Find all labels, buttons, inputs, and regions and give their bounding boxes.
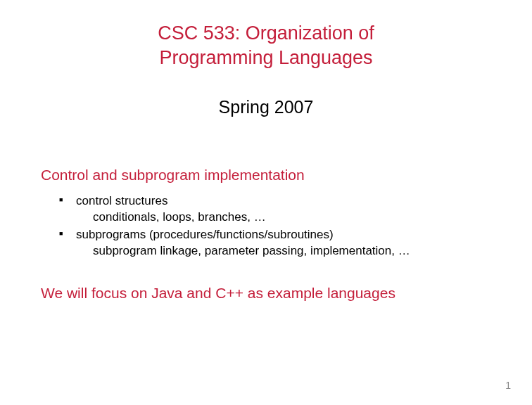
bullet-sub-text: conditionals, loops, branches, … (76, 210, 490, 226)
bullet-main-text: control structures (76, 194, 167, 207)
page-number: 1 (505, 380, 511, 391)
title-line-1: CSC 533: Organization of (158, 22, 374, 44)
list-item: subprograms (procedures/functions/subrou… (59, 227, 490, 259)
slide-title: CSC 533: Organization of Programming Lan… (42, 21, 490, 70)
bullet-list: control structures conditionals, loops, … (59, 193, 490, 259)
bullet-main-text: subprograms (procedures/functions/subrou… (76, 228, 334, 241)
closing-statement: We will focus on Java and C++ as example… (41, 285, 490, 302)
slide-subtitle: Spring 2007 (42, 97, 490, 117)
section-heading: Control and subprogram implementation (41, 167, 490, 184)
title-line-2: Programming Languages (159, 47, 372, 68)
list-item: control structures conditionals, loops, … (59, 193, 490, 226)
bullet-sub-text: subprogram linkage, parameter passing, i… (76, 243, 490, 259)
